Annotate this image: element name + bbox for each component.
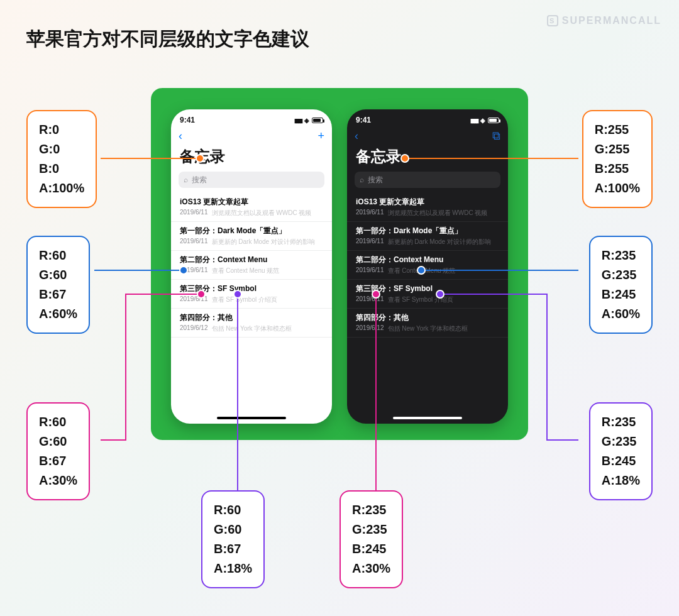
note-title: 第二部分：Context Menu: [356, 255, 499, 265]
signal-icon: [294, 116, 302, 124]
notes-list: iOS13 更新文章起草2019/6/11浏览规范文档以及观看 WWDC 视频第…: [347, 193, 508, 338]
callout-light-secondary: R:60 G:60 B:67 A:60%: [26, 236, 90, 334]
note-title: 第一部分：Dark Mode「重点」: [180, 226, 323, 236]
navbar: ‹ ⧉: [347, 127, 508, 145]
note-preview: 新更新的 Dark Mode 对设计师的影响: [212, 238, 315, 246]
battery-icon: [488, 118, 499, 123]
note-preview: 包括 New York 字体和模态框: [388, 324, 468, 333]
note-title: iOS13 更新文章起草: [356, 197, 499, 207]
note-date: 2019/6/11: [180, 238, 208, 246]
callout-dark-tertiary: R:235 G:235 B:245 A:30%: [340, 490, 403, 588]
search-input[interactable]: ⌕ 搜索: [179, 172, 324, 188]
note-row[interactable]: 第二部分：Context Menu2019/6/11查看 Context Men…: [347, 251, 508, 280]
watermark: S SUPERMANCALL: [547, 15, 661, 26]
search-icon: ⌕: [360, 175, 364, 184]
add-button[interactable]: +: [317, 129, 324, 143]
note-title: 第三部分：SF Symbol: [180, 283, 323, 294]
wifi-icon: [304, 116, 309, 124]
note-row[interactable]: iOS13 更新文章起草2019/6/11浏览规范文档以及观看 WWDC 视频: [347, 193, 508, 222]
note-preview: 包括 New York 字体和模态框: [212, 324, 292, 333]
search-icon: ⌕: [184, 175, 188, 184]
note-date: 2019/6/11: [180, 267, 208, 275]
callout-light-quaternary: R:60 G:60 B:67 A:18%: [201, 490, 265, 588]
note-title: 第一部分：Dark Mode「重点」: [356, 226, 499, 236]
statusbar: 9:41: [171, 109, 332, 127]
phone-dark: 9:41 ‹ ⧉ 备忘录 ⌕ 搜索 iOS13 更新文章起草2019/6/11浏…: [347, 109, 508, 424]
statusbar: 9:41: [347, 109, 508, 127]
note-row[interactable]: 第一部分：Dark Mode「重点」2019/6/11新更新的 Dark Mod…: [347, 222, 508, 251]
note-date: 2019/6/11: [356, 295, 384, 304]
search-input[interactable]: ⌕ 搜索: [355, 172, 500, 188]
search-placeholder: 搜索: [192, 175, 207, 185]
note-date: 2019/6/12: [356, 324, 384, 333]
note-title: 第二部分：Context Menu: [180, 255, 323, 265]
note-title: iOS13 更新文章起草: [180, 197, 323, 207]
note-row[interactable]: 第二部分：Context Menu2019/6/11查看 Context Men…: [171, 251, 332, 280]
callout-light-primary: R:0 G:0 B:0 A:100%: [26, 110, 97, 208]
note-row[interactable]: 第四部分：其他2019/6/12包括 New York 字体和模态框: [347, 309, 508, 338]
home-indicator: [393, 417, 462, 419]
note-title: 第四部分：其他: [356, 312, 499, 323]
callout-dark-primary: R:255 G:255 B:255 A:100%: [582, 110, 653, 208]
note-preview: 查看 Context Menu 规范: [212, 267, 280, 275]
battery-icon: [312, 118, 323, 123]
note-title: 第四部分：其他: [180, 312, 323, 323]
note-preview: 查看 SF Symbol 介绍页: [212, 295, 277, 304]
page-title: 苹果官方对不同层级的文字色建议: [26, 26, 309, 52]
brand-logo-icon: S: [547, 15, 558, 26]
note-preview: 查看 Context Menu 规范: [388, 267, 456, 275]
callout-dark-secondary: R:235 G:235 B:245 A:60%: [589, 236, 653, 334]
large-title: 备忘录: [347, 145, 508, 172]
new-note-button[interactable]: ⧉: [492, 129, 500, 143]
signal-icon: [470, 116, 478, 124]
large-title: 备忘录: [171, 145, 332, 172]
status-time: 9:41: [180, 116, 195, 124]
note-preview: 浏览规范文档以及观看 WWDC 视频: [388, 209, 488, 217]
phone-light: 9:41 ‹ + 备忘录 ⌕ 搜索 iOS13 更新文章起草2019/6/11浏…: [171, 109, 332, 424]
note-date: 2019/6/11: [356, 238, 384, 246]
wifi-icon: [480, 116, 485, 124]
callout-dark-quaternary: R:235 G:235 B:245 A:18%: [589, 402, 653, 500]
note-row[interactable]: 第一部分：Dark Mode「重点」2019/6/11新更新的 Dark Mod…: [171, 222, 332, 251]
callout-light-tertiary: R:60 G:60 B:67 A:30%: [26, 402, 90, 500]
back-button[interactable]: ‹: [355, 129, 358, 143]
note-date: 2019/6/11: [180, 209, 208, 217]
note-row[interactable]: 第四部分：其他2019/6/12包括 New York 字体和模态框: [171, 309, 332, 338]
notes-list: iOS13 更新文章起草2019/6/11浏览规范文档以及观看 WWDC 视频第…: [171, 193, 332, 338]
back-button[interactable]: ‹: [179, 129, 182, 143]
note-date: 2019/6/11: [180, 295, 208, 304]
brand-text: SUPERMANCALL: [562, 15, 661, 26]
note-date: 2019/6/11: [356, 209, 384, 217]
green-stage: 9:41 ‹ + 备忘录 ⌕ 搜索 iOS13 更新文章起草2019/6/11浏…: [151, 88, 528, 440]
note-row[interactable]: iOS13 更新文章起草2019/6/11浏览规范文档以及观看 WWDC 视频: [171, 193, 332, 222]
note-date: 2019/6/12: [180, 324, 208, 333]
note-date: 2019/6/11: [356, 267, 384, 275]
note-preview: 浏览规范文档以及观看 WWDC 视频: [212, 209, 312, 217]
home-indicator: [217, 417, 286, 419]
note-title: 第三部分：SF Symbol: [356, 283, 499, 294]
note-preview: 新更新的 Dark Mode 对设计师的影响: [388, 238, 491, 246]
search-placeholder: 搜索: [368, 175, 383, 185]
status-time: 9:41: [356, 116, 371, 124]
note-row[interactable]: 第三部分：SF Symbol2019/6/11查看 SF Symbol 介绍页: [171, 280, 332, 309]
note-row[interactable]: 第三部分：SF Symbol2019/6/11查看 SF Symbol 介绍页: [347, 280, 508, 309]
navbar: ‹ +: [171, 127, 332, 145]
note-preview: 查看 SF Symbol 介绍页: [388, 295, 453, 304]
